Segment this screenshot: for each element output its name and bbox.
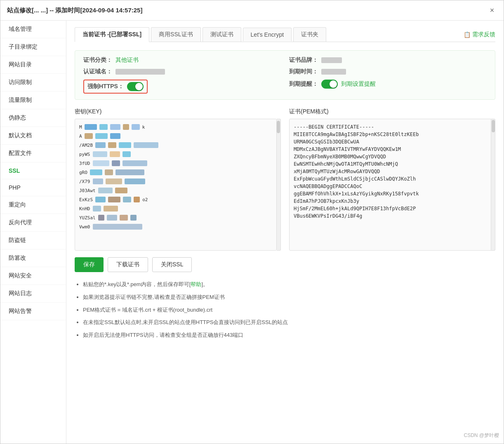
sidebar-item-redirect[interactable]: 重定向 (0, 196, 66, 214)
sidebar-item-pseudo-static[interactable]: 伪静态 (0, 109, 66, 127)
info-panel: 证书分类： 其他证书 认证域名： 强制HTTPS： (75, 50, 495, 100)
force-https-toggle[interactable] (127, 82, 144, 91)
tab-current-cert[interactable]: 当前证书 -[已部署SSL] (75, 27, 149, 42)
tip-4-text: 在未指定SSL默认站点时,未开启SSL的站点使用HTTPS会直接访问到已开启SS… (83, 319, 288, 325)
cert-scrollbar[interactable] (491, 119, 495, 251)
sidebar-item-traffic-limit[interactable]: 流量限制 (0, 92, 66, 109)
tip-1-suffix: ]。 (201, 281, 208, 287)
tab-commercial-ssl[interactable]: 商用SSL证书 (151, 27, 200, 42)
sidebar: 域名管理 子目录绑定 网站目录 访问限制 流量限制 伪静态 默认文档 配置文件 … (0, 21, 66, 444)
key-scrollbar-thumb (277, 121, 280, 133)
dialog-body: 域名管理 子目录绑定 网站目录 访问限制 流量限制 伪静态 默认文档 配置文件 … (0, 21, 504, 444)
tip-1: 粘贴您的*.key以及*.pem内容，然后保存即可[帮助]。 (83, 280, 495, 289)
button-row: 保存 下载证书 关闭SSL (75, 257, 495, 272)
key-line-11: YUZSal (79, 214, 272, 221)
force-https-row: 强制HTTPS： (83, 80, 281, 94)
tip-1-link[interactable]: 帮助 (191, 281, 201, 287)
cert-section-title: 证书(PEM格式) (289, 108, 495, 115)
sidebar-item-subdir[interactable]: 子目录绑定 (0, 38, 66, 56)
cert-brand-label: 证书品牌： (289, 56, 318, 64)
cert-brand-value (321, 57, 342, 63)
force-https-label: 强制HTTPS： (87, 83, 124, 90)
tip-3: PEM格式证书 = 域名证书.crt + 根证书(root_bundle).cr… (83, 306, 495, 315)
key-line-6: gRO (79, 169, 272, 176)
expiry-reminder-toggle[interactable] (321, 80, 338, 89)
key-line-10: KnHD (79, 205, 272, 212)
key-line-5: 3fUD (79, 160, 272, 167)
tip-1-text: 粘贴您的*.key以及*.pem内容，然后保存即可[ (83, 281, 191, 287)
tips-list: 粘贴您的*.key以及*.pem内容，然后保存即可[帮助]。 如果浏览器提示证书… (75, 280, 495, 340)
key-line-3: /AM2B (79, 141, 272, 149)
key-line-12: Vwm0 (79, 223, 272, 230)
sidebar-item-website-alert[interactable]: 网站告警 (0, 303, 66, 320)
expiry-label: 到期时间： (289, 68, 318, 75)
key-scrollbar[interactable] (277, 119, 281, 251)
cert-brand-row: 证书品牌： (289, 56, 487, 64)
key-cert-section: 密钥(KEY) M k (75, 108, 495, 251)
close-button[interactable]: × (487, 5, 497, 15)
key-line-9: ExKzS o2 (79, 196, 272, 203)
blur-block (85, 124, 97, 130)
sidebar-item-website-log[interactable]: 网站日志 (0, 285, 66, 303)
sidebar-item-domain[interactable]: 域名管理 (0, 21, 66, 38)
sidebar-item-website-security[interactable]: 网站安全 (0, 267, 66, 285)
feedback-label: 需求反馈 (472, 31, 495, 38)
tab-cert-folder[interactable]: 证书夹 (293, 27, 326, 42)
tab-bar: 当前证书 -[已部署SSL] 商用SSL证书 测试证书 Let's Encryp… (75, 27, 495, 42)
cert-category-row: 证书分类： 其他证书 (83, 56, 281, 64)
key-line-1: M k (79, 123, 272, 131)
sidebar-item-default-doc[interactable]: 默认文档 (0, 127, 66, 145)
sidebar-item-tamper[interactable]: 防篡改 (0, 249, 66, 267)
cert-textarea[interactable]: -----BEGIN CERTIFICATE----- MIIE8TCCA9mg… (289, 119, 491, 251)
close-ssl-button[interactable]: 关闭SSL (152, 257, 192, 272)
tip-5-text: 如开启后无法使用HTTPS访问，请检查安全组是否正确放行443端口 (83, 332, 243, 338)
tip-5: 如开启后无法使用HTTPS访问，请检查安全组是否正确放行443端口 (83, 331, 495, 340)
key-area-wrapper: M k A (75, 119, 281, 251)
key-textarea[interactable]: M k A (75, 119, 277, 251)
save-button[interactable]: 保存 (75, 257, 104, 272)
feedback-icon: 📋 (464, 31, 471, 38)
key-line-2: A (79, 132, 272, 140)
auth-domain-value (115, 69, 165, 75)
force-https-container: 强制HTTPS： (83, 80, 148, 94)
key-line-4: pyWS (79, 150, 272, 158)
key-section-title: 密钥(KEY) (75, 108, 281, 115)
expiry-reminder-row: 到期提醒： 到期设置提醒 (289, 80, 487, 89)
auth-domain-label: 认证域名： (83, 68, 112, 75)
tip-2: 如果浏览器提示证书链不完整,请检查是否正确拼接PEM证书 (83, 293, 495, 302)
auth-domain-row: 认证域名： (83, 68, 281, 75)
cert-scrollbar-thumb (492, 120, 495, 132)
expiry-reminder-label: 到期提醒： (289, 80, 318, 88)
sidebar-item-hotlink[interactable]: 防盗链 (0, 232, 66, 249)
key-section: 密钥(KEY) M k (75, 108, 281, 251)
tab-test-cert[interactable]: 测试证书 (203, 27, 241, 42)
info-grid: 证书分类： 其他证书 认证域名： 强制HTTPS： (83, 56, 487, 94)
key-line-8: J03Awt (79, 187, 272, 194)
sidebar-item-php[interactable]: PHP (0, 179, 66, 196)
dialog-title: 站点修改[... ...] -- 添加时间[2024-09-04 14:57:2… (7, 7, 142, 14)
tip-2-text: 如果浏览器提示证书链不完整,请检查是否正确拼接PEM证书 (83, 294, 225, 300)
dialog: 站点修改[... ...] -- 添加时间[2024-09-04 14:57:2… (0, 0, 504, 444)
sidebar-item-ssl[interactable]: SSL (0, 162, 66, 179)
tip-3-text: PEM格式证书 = 域名证书.crt + 根证书(root_bundle).cr… (83, 307, 212, 313)
download-cert-button[interactable]: 下载证书 (108, 257, 148, 272)
sidebar-item-config-file[interactable]: 配置文件 (0, 145, 66, 162)
sidebar-item-website-dir[interactable]: 网站目录 (0, 56, 66, 74)
cert-area-wrapper: -----BEGIN CERTIFICATE----- MIIE8TCCA9mg… (289, 119, 495, 251)
expiry-value (321, 69, 346, 75)
watermark: CSDN @梦叶樱 (464, 432, 499, 439)
tab-lets-encrypt[interactable]: Let's Encrypt (243, 28, 292, 41)
cert-section: 证书(PEM格式) -----BEGIN CERTIFICATE----- MI… (289, 108, 495, 251)
tip-4: 在未指定SSL默认站点时,未开启SSL的站点使用HTTPS会直接访问到已开启SS… (83, 318, 495, 327)
feedback-link[interactable]: 📋 需求反馈 (464, 31, 495, 38)
cert-category-label: 证书分类： (83, 56, 112, 64)
key-line-7: /X79 (79, 178, 272, 185)
main-content: 当前证书 -[已部署SSL] 商用SSL证书 测试证书 Let's Encryp… (66, 21, 504, 444)
dialog-titlebar: 站点修改[... ...] -- 添加时间[2024-09-04 14:57:2… (0, 0, 504, 21)
expiry-row: 到期时间： (289, 68, 487, 75)
cert-category-value[interactable]: 其他证书 (115, 56, 139, 64)
expiry-reminder-link[interactable]: 到期设置提醒 (341, 80, 376, 88)
sidebar-item-reverse-proxy[interactable]: 反向代理 (0, 214, 66, 232)
sidebar-item-access-limit[interactable]: 访问限制 (0, 74, 66, 92)
